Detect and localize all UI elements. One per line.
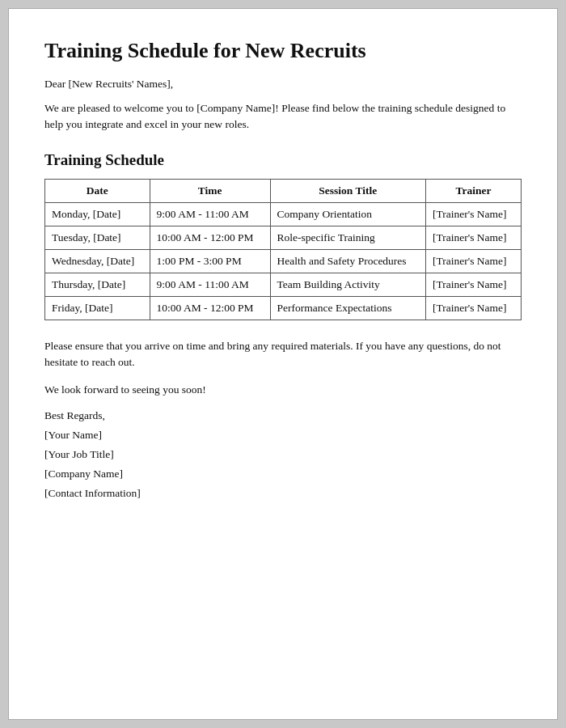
table-row: Friday, [Date]10:00 AM - 12:00 PMPerform… (45, 296, 522, 320)
table-row: Thursday, [Date]9:00 AM - 11:00 AMTeam B… (45, 273, 522, 296)
cell-date-0: Monday, [Date] (45, 202, 150, 226)
cell-date-4: Friday, [Date] (45, 296, 150, 320)
section-title: Training Schedule (44, 151, 522, 169)
closing-line: We look forward to seeing you soon! (44, 383, 522, 396)
cell-session-1: Role-specific Training (270, 226, 425, 249)
cell-date-1: Tuesday, [Date] (45, 226, 150, 249)
cell-trainer-3: [Trainer's Name] (426, 273, 522, 296)
cell-time-4: 10:00 AM - 12:00 PM (150, 296, 270, 320)
table-row: Wednesday, [Date]1:00 PM - 3:00 PMHealth… (45, 249, 522, 273)
signer-name: [Your Name] (44, 429, 522, 442)
cell-trainer-4: [Trainer's Name] (426, 296, 522, 320)
col-header-trainer: Trainer (426, 179, 522, 202)
sign-off: Best Regards, (44, 409, 522, 422)
footer-note: Please ensure that you arrive on time an… (44, 338, 522, 371)
table-header-row: Date Time Session Title Trainer (45, 179, 522, 202)
signer-contact: [Contact Information] (44, 487, 522, 500)
table-row: Tuesday, [Date]10:00 AM - 12:00 PMRole-s… (45, 226, 522, 249)
document-page: Training Schedule for New Recruits Dear … (8, 8, 558, 720)
cell-trainer-2: [Trainer's Name] (426, 249, 522, 273)
table-row: Monday, [Date]9:00 AM - 11:00 AMCompany … (45, 202, 522, 226)
signer-title: [Your Job Title] (44, 448, 522, 461)
cell-time-0: 9:00 AM - 11:00 AM (150, 202, 270, 226)
cell-time-2: 1:00 PM - 3:00 PM (150, 249, 270, 273)
cell-session-4: Performance Expectations (270, 296, 425, 320)
cell-date-2: Wednesday, [Date] (45, 249, 150, 273)
cell-session-0: Company Orientation (270, 202, 425, 226)
document-title: Training Schedule for New Recruits (44, 38, 522, 63)
col-header-session: Session Title (270, 179, 425, 202)
cell-time-1: 10:00 AM - 12:00 PM (150, 226, 270, 249)
cell-date-3: Thursday, [Date] (45, 273, 150, 296)
signer-company: [Company Name] (44, 468, 522, 480)
cell-time-3: 9:00 AM - 11:00 AM (150, 273, 270, 296)
salutation: Dear [New Recruits' Names], (44, 78, 522, 91)
col-header-time: Time (150, 179, 270, 202)
intro-paragraph: We are pleased to welcome you to [Compan… (44, 100, 522, 133)
col-header-date: Date (45, 179, 150, 202)
cell-trainer-0: [Trainer's Name] (426, 202, 522, 226)
schedule-table: Date Time Session Title Trainer Monday, … (44, 179, 522, 320)
cell-session-2: Health and Safety Procedures (270, 249, 425, 273)
cell-session-3: Team Building Activity (270, 273, 425, 296)
cell-trainer-1: [Trainer's Name] (426, 226, 522, 249)
